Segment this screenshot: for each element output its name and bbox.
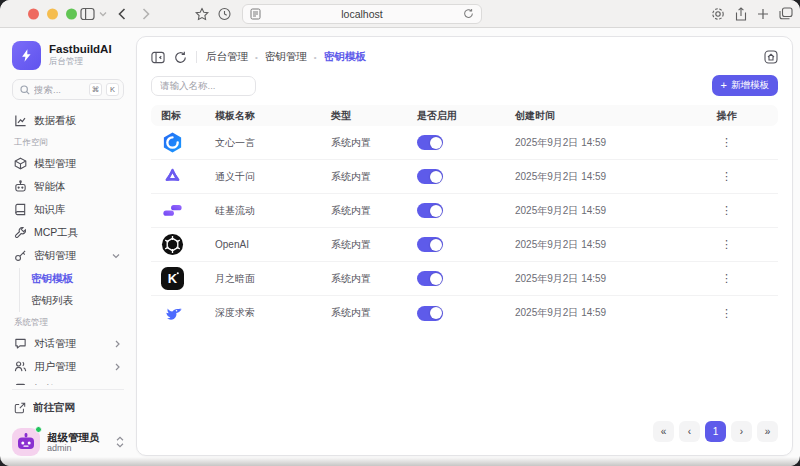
sidebar-item-keys[interactable]: 密钥管理 bbox=[12, 244, 124, 267]
plus-icon: + bbox=[721, 80, 727, 91]
zoom-window-button[interactable] bbox=[66, 8, 77, 19]
brand: FastbuildAI 后台管理 bbox=[12, 40, 124, 70]
settings-icon[interactable] bbox=[711, 7, 725, 21]
pagination-last-button[interactable]: » bbox=[757, 421, 778, 442]
minimize-window-button[interactable] bbox=[47, 8, 58, 19]
sidebar-item-users[interactable]: 用户管理 bbox=[12, 355, 124, 378]
divider bbox=[196, 51, 197, 63]
enable-toggle[interactable] bbox=[417, 237, 443, 252]
sidebar-item-orders[interactable]: 订单管理 bbox=[12, 378, 124, 385]
chevron-down-icon bbox=[112, 253, 120, 259]
external-link-icon bbox=[14, 402, 26, 414]
table-row: 深度求索 系统内置 2025年9月2日 14:59 ⋮ bbox=[151, 296, 778, 330]
row-actions-menu-icon[interactable]: ⋮ bbox=[717, 170, 736, 183]
sidebar-item-official-site[interactable]: 前往官网 bbox=[12, 396, 124, 419]
keys-submenu: 密钥模板 密钥列表 bbox=[19, 268, 124, 312]
pagination-prev-button[interactable]: ‹ bbox=[679, 421, 700, 442]
sidebar-search[interactable]: ⌘ K bbox=[12, 79, 124, 100]
browser-window: localhost Fastbu bbox=[0, 0, 800, 466]
close-window-button[interactable] bbox=[28, 8, 39, 19]
table-row: 通义千问 系统内置 2025年9月2日 14:59 ⋮ bbox=[151, 160, 778, 194]
tongyi-logo-icon bbox=[161, 165, 215, 188]
template-name-search-input[interactable] bbox=[151, 76, 256, 96]
collapse-sidebar-icon[interactable] bbox=[151, 51, 165, 64]
table-row: 文心一言 系统内置 2025年9月2日 14:59 ⋮ bbox=[151, 126, 778, 160]
chevron-up-down-icon bbox=[116, 436, 124, 448]
sidebar: FastbuildAI 后台管理 ⌘ K 数据看板 工作空间 模型管理 bbox=[0, 28, 136, 466]
col-icon: 图标 bbox=[151, 109, 215, 123]
online-status-dot bbox=[35, 426, 42, 433]
sidebar-item-key-templates[interactable]: 密钥模板 bbox=[29, 268, 124, 290]
svg-text:K: K bbox=[168, 271, 178, 286]
enable-toggle[interactable] bbox=[417, 271, 443, 286]
col-name: 模板名称 bbox=[215, 109, 331, 123]
window-controls bbox=[28, 8, 77, 19]
breadcrumb: 后台管理 • 密钥管理 • 密钥模板 bbox=[206, 50, 366, 64]
sidebar-search-input[interactable] bbox=[34, 84, 85, 95]
deepseek-logo-icon bbox=[161, 302, 215, 325]
forward-icon[interactable] bbox=[142, 8, 150, 20]
add-template-button[interactable]: + 新增模板 bbox=[712, 75, 778, 96]
openai-logo-icon bbox=[161, 233, 215, 256]
browser-actions bbox=[711, 7, 793, 21]
moonshot-logo-icon: K bbox=[161, 267, 215, 290]
new-tab-plus-icon[interactable] bbox=[757, 8, 769, 20]
user-name: 超级管理员 bbox=[47, 431, 100, 444]
section-system: 系统管理 bbox=[14, 317, 124, 329]
col-type: 类型 bbox=[331, 109, 417, 123]
search-icon bbox=[20, 85, 30, 95]
main-content: 后台管理 • 密钥管理 • 密钥模板 + 新增模板 图标 模板名称 类型 是否启 bbox=[136, 36, 793, 456]
col-enabled: 是否启用 bbox=[417, 109, 515, 123]
user-menu[interactable]: 超级管理员 admin bbox=[12, 426, 124, 458]
pagination-first-button[interactable]: « bbox=[653, 421, 674, 442]
sidebar-item-mcp[interactable]: MCP工具 bbox=[12, 221, 124, 244]
history-clock-icon[interactable] bbox=[218, 7, 231, 20]
chat-icon bbox=[14, 337, 27, 350]
row-actions-menu-icon[interactable]: ⋮ bbox=[717, 238, 736, 251]
breadcrumb-root[interactable]: 后台管理 bbox=[206, 50, 248, 64]
enable-toggle[interactable] bbox=[417, 169, 443, 184]
tab-overview-icon[interactable] bbox=[779, 7, 793, 20]
wrench-icon bbox=[14, 226, 27, 239]
refresh-icon[interactable] bbox=[174, 51, 187, 64]
table-header: 图标 模板名称 类型 是否启用 创建时间 操作 bbox=[151, 105, 778, 126]
app-logo-icon bbox=[12, 41, 41, 70]
row-actions-menu-icon[interactable]: ⋮ bbox=[717, 136, 736, 149]
home-icon[interactable] bbox=[764, 50, 778, 64]
row-actions-menu-icon[interactable]: ⋮ bbox=[717, 204, 736, 217]
col-created: 创建时间 bbox=[515, 109, 675, 123]
browser-toolbar: localhost bbox=[0, 0, 800, 28]
enable-toggle[interactable] bbox=[417, 135, 443, 150]
cube-icon bbox=[14, 157, 27, 170]
address-bar[interactable]: localhost bbox=[242, 4, 482, 24]
back-icon[interactable] bbox=[118, 8, 126, 20]
sidebar-nav: 数据看板 工作空间 模型管理 智能体 知识库 MCP工具 密钥管理 bbox=[12, 109, 124, 385]
pagination-next-button[interactable]: › bbox=[731, 421, 752, 442]
robot-icon bbox=[14, 180, 27, 193]
pagination: « ‹ 1 › » bbox=[151, 421, 778, 447]
bookmark-star-icon[interactable] bbox=[195, 7, 209, 20]
chevron-right-icon bbox=[115, 340, 120, 348]
sidebar-footer: 前往官网 超级管理员 admin bbox=[12, 385, 124, 458]
chevron-right-icon bbox=[115, 363, 120, 371]
sidebar-item-agents[interactable]: 智能体 bbox=[12, 175, 124, 198]
enable-toggle[interactable] bbox=[417, 203, 443, 218]
share-icon[interactable] bbox=[735, 7, 747, 21]
browser-sidebar-icon[interactable] bbox=[80, 7, 95, 20]
col-actions: 操作 bbox=[675, 109, 778, 123]
kbd-k: K bbox=[106, 83, 119, 96]
sidebar-item-conversations[interactable]: 对话管理 bbox=[12, 332, 124, 355]
sidebar-item-dashboard[interactable]: 数据看板 bbox=[12, 109, 124, 132]
sidebar-item-models[interactable]: 模型管理 bbox=[12, 152, 124, 175]
breadcrumb-parent[interactable]: 密钥管理 bbox=[265, 50, 307, 64]
reload-icon[interactable] bbox=[463, 8, 474, 19]
browser-sidebar-chevron-icon[interactable] bbox=[99, 11, 107, 17]
sidebar-item-knowledge[interactable]: 知识库 bbox=[12, 198, 124, 221]
sidebar-item-key-list[interactable]: 密钥列表 bbox=[29, 290, 124, 312]
enable-toggle[interactable] bbox=[417, 306, 443, 321]
row-actions-menu-icon[interactable]: ⋮ bbox=[717, 307, 736, 320]
pagination-page-1-button[interactable]: 1 bbox=[705, 421, 726, 442]
app-title: FastbuildAI bbox=[49, 42, 112, 56]
row-actions-menu-icon[interactable]: ⋮ bbox=[717, 272, 736, 285]
app-subtitle: 后台管理 bbox=[49, 56, 112, 68]
